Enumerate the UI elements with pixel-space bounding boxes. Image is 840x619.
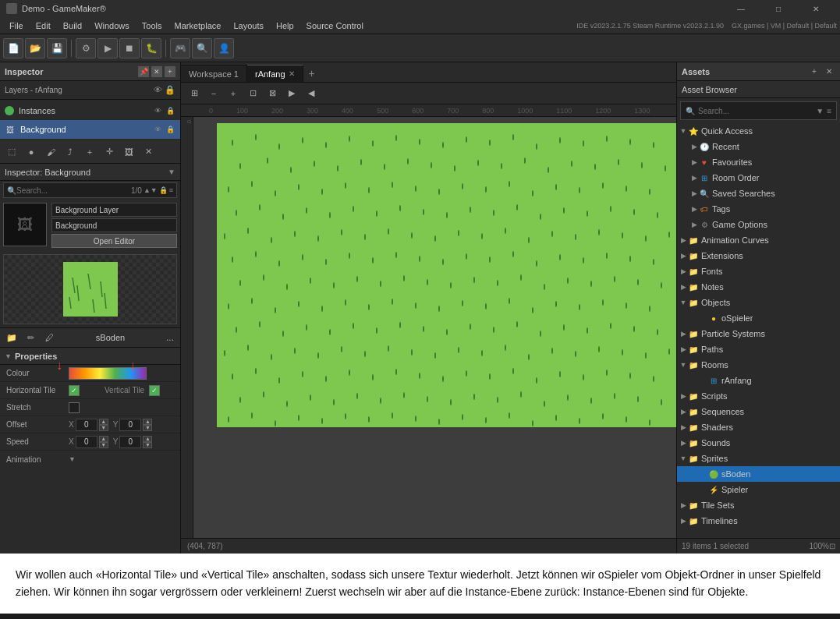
speed-y-down[interactable]: ▼ <box>143 442 152 448</box>
search-menu-icon[interactable]: ≡ <box>169 186 173 194</box>
canvas-play-icon[interactable]: ▶ <box>283 85 300 102</box>
tree-sprites[interactable]: ▼ 📁 Sprites <box>677 451 840 466</box>
menu-source-control[interactable]: Source Control <box>300 19 370 32</box>
offset-x-up[interactable]: ▲ <box>99 419 108 425</box>
tree-notes[interactable]: ▶ 📁 Notes <box>677 279 840 295</box>
sprite-more-button[interactable]: ... <box>163 331 177 345</box>
tab-ranfang[interactable]: rAnfang ✕ <box>247 65 303 82</box>
toolbar-magnify[interactable]: 🔍 <box>192 38 212 58</box>
search-down-icon[interactable]: ▼ <box>151 186 158 194</box>
tool-select[interactable]: ⬚ <box>3 143 20 161</box>
tree-game-options[interactable]: ▶ ⚙ Game Options <box>677 217 840 232</box>
tree-timelines[interactable]: ▶ 📁 Timelines <box>677 513 840 529</box>
tree-objects[interactable]: ▼ 📁 Objects <box>677 295 840 310</box>
tree-favourites[interactable]: ▶ ♥ Favourites <box>677 154 840 170</box>
offset-y-down[interactable]: ▼ <box>143 425 152 431</box>
asset-close-button[interactable]: ✕ <box>823 65 835 78</box>
offset-y-field[interactable]: 0 <box>119 419 141 431</box>
toolbar-play[interactable]: ▶ <box>97 38 118 58</box>
canvas-grid-icon[interactable]: ⊞ <box>186 85 203 102</box>
tree-rooms[interactable]: ▼ 📁 Rooms <box>677 357 840 373</box>
instances-lock-icon[interactable]: 🔒 <box>165 105 175 116</box>
inspector-add-button[interactable]: + <box>165 66 175 77</box>
search-lock-icon[interactable]: 🔒 <box>159 186 168 194</box>
tree-room-order[interactable]: ▶ ⊞ Room Order <box>677 170 840 186</box>
tree-ospieler[interactable]: ● oSpieler <box>677 310 840 326</box>
tab-ranfang-close[interactable]: ✕ <box>289 69 295 78</box>
toolbar-settings[interactable]: ⚙ <box>76 38 96 58</box>
toolbar-new[interactable]: 📄 <box>3 38 23 58</box>
toolbar-game[interactable]: 🎮 <box>170 38 190 58</box>
tree-sboden[interactable]: 🟢 sBoden <box>677 466 840 482</box>
layers-eye-icon[interactable]: 👁 <box>154 85 162 95</box>
background-lock-icon[interactable]: 🔒 <box>165 124 175 135</box>
inspector-bg-dropdown[interactable]: ▼ <box>168 168 175 176</box>
menu-windows[interactable]: Windows <box>88 19 136 32</box>
speed-x-down[interactable]: ▼ <box>99 442 108 448</box>
game-canvas[interactable] <box>193 117 676 538</box>
menu-layouts[interactable]: Layouts <box>227 19 270 32</box>
canvas-back-icon[interactable]: ◀ <box>303 85 320 102</box>
h-tile-checkbox[interactable] <box>69 385 80 396</box>
canvas-zoom-in[interactable]: + <box>225 85 242 102</box>
offset-x-down[interactable]: ▼ <box>99 425 108 431</box>
tool-delete[interactable]: ✕ <box>140 143 157 161</box>
toolbar-save[interactable]: 💾 <box>47 38 67 58</box>
offset-y-up[interactable]: ▲ <box>143 419 152 425</box>
tree-scripts[interactable]: ▶ 📁 Scripts <box>677 388 840 404</box>
tree-fonts[interactable]: ▶ 📁 Fonts <box>677 264 840 279</box>
open-editor-button[interactable]: Open Editor <box>51 234 177 248</box>
menu-marketplace[interactable]: Marketplace <box>168 19 227 32</box>
tool-circle[interactable]: ● <box>23 143 40 161</box>
speed-x-field[interactable]: 0 <box>76 436 97 448</box>
v-tile-checkbox[interactable] <box>149 385 160 396</box>
tool-path[interactable]: ⤴ <box>62 143 79 161</box>
toolbar-debug[interactable]: 🐛 <box>141 38 161 58</box>
tree-tags[interactable]: ▶ 🏷 Tags <box>677 201 840 217</box>
speed-x-up[interactable]: ▲ <box>99 436 108 442</box>
inspector-search-input[interactable] <box>16 186 128 195</box>
tool-paint[interactable]: 🖌 <box>42 143 59 161</box>
tree-saved-searches[interactable]: ▶ 🔍 Saved Searches <box>677 186 840 201</box>
canvas-zoom-out[interactable]: − <box>205 85 222 102</box>
maximize-button[interactable]: □ <box>760 0 796 17</box>
toolbar-open[interactable]: 📂 <box>25 38 45 58</box>
tool-cursor[interactable]: ✛ <box>101 143 118 161</box>
tree-paths[interactable]: ▶ 📁 Paths <box>677 341 840 357</box>
menu-build[interactable]: Build <box>57 19 88 32</box>
tree-spieler[interactable]: ⚡ Spieler <box>677 482 840 497</box>
close-button[interactable]: ✕ <box>798 0 834 17</box>
tree-ranfang[interactable]: ⊞ rAnfang <box>677 373 840 388</box>
tree-particle-systems[interactable]: ▶ 📁 Particle Systems <box>677 326 840 341</box>
stretch-checkbox[interactable] <box>69 402 80 413</box>
tree-sounds[interactable]: ▶ 📁 Sounds <box>677 435 840 451</box>
tab-workspace1[interactable]: Workspace 1 <box>181 65 247 82</box>
layer-instances[interactable]: Instances 👁 🔒 <box>0 101 180 120</box>
menu-file[interactable]: File <box>3 19 30 32</box>
toolbar-person[interactable]: 👤 <box>214 38 234 58</box>
menu-tools[interactable]: Tools <box>136 19 168 32</box>
toolbar-stop[interactable]: ⏹ <box>119 38 140 58</box>
add-tab-button[interactable]: + <box>303 65 321 82</box>
instances-eye-icon[interactable]: 👁 <box>152 105 163 116</box>
layers-lock-icon[interactable]: 🔒 <box>165 85 175 95</box>
asset-zoom-icon[interactable]: ⊡ <box>829 542 835 550</box>
asset-plus-button[interactable]: + <box>808 65 821 78</box>
menu-help[interactable]: Help <box>270 19 300 32</box>
speed-y-field[interactable]: 0 <box>119 436 141 448</box>
tool-sprite[interactable]: 🖼 <box>120 143 137 161</box>
sprite-folder-icon[interactable]: 📁 <box>3 329 20 346</box>
canvas-expand-icon[interactable]: ⊠ <box>264 85 281 102</box>
menu-edit[interactable]: Edit <box>30 19 57 32</box>
asset-filter-icon[interactable]: ▼ <box>816 107 824 115</box>
search-up-icon[interactable]: ▲ <box>144 186 151 194</box>
inspector-pin-button[interactable]: 📌 <box>138 66 149 77</box>
asset-menu-icon[interactable]: ≡ <box>827 107 831 115</box>
tree-recent[interactable]: ▶ 🕐 Recent <box>677 139 840 154</box>
tree-shaders[interactable]: ▶ 📁 Shaders <box>677 419 840 435</box>
layer-background[interactable]: 🖼 Background 👁 🔒 <box>0 120 180 139</box>
canvas-fit-icon[interactable]: ⊡ <box>244 85 261 102</box>
tree-sequences[interactable]: ▶ 📁 Sequences <box>677 404 840 419</box>
sprite-pencil-icon[interactable]: 🖊 <box>41 329 58 346</box>
background-eye-icon[interactable]: 👁 <box>152 124 163 135</box>
